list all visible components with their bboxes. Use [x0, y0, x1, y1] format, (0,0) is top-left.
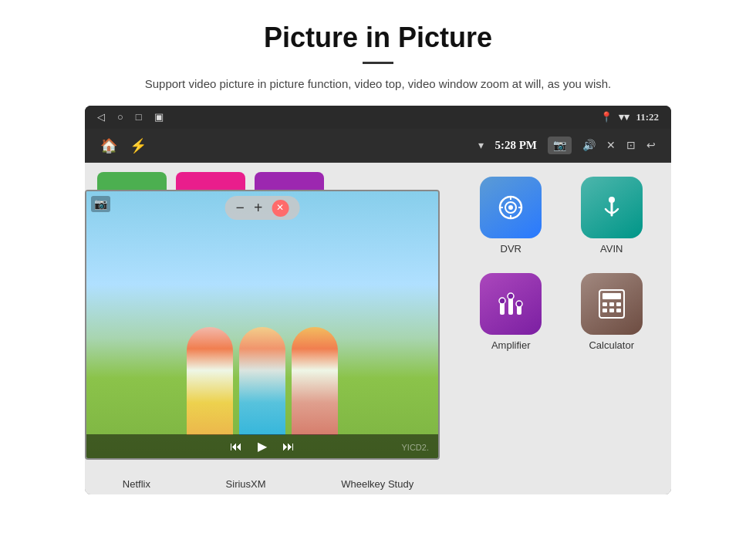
toolbar-time: 5:28 PM	[494, 139, 537, 152]
location-icon: 📍	[600, 111, 613, 123]
page-title: Picture in Picture	[46, 22, 710, 54]
figure-3	[292, 327, 338, 435]
video-content: 📷 − + ✕ ⏮ ▶ ⏭	[86, 191, 438, 458]
wheelkey-label: Wheelkey Study	[341, 478, 413, 490]
close-toolbar-icon[interactable]: ✕	[606, 139, 616, 152]
volume-toolbar-icon[interactable]: 🔊	[582, 139, 596, 152]
pip-close-icon: ✕	[276, 202, 284, 214]
rewind-button[interactable]: ⏮	[230, 440, 242, 454]
amplifier-label: Amplifier	[491, 339, 531, 351]
svg-rect-16	[602, 293, 621, 299]
video-section: 📷 − + ✕ ⏮ ▶ ⏭	[85, 163, 451, 494]
app-item-dvr[interactable]: DVR	[464, 170, 559, 261]
wifi-icon: ▾	[478, 139, 484, 152]
usb-icon[interactable]: ⚡	[130, 137, 147, 154]
pip-close-button[interactable]: ✕	[272, 200, 289, 217]
status-bar-left: ◁ ○ □ ▣	[97, 111, 164, 123]
watermark: YICD2.	[402, 443, 429, 452]
app-item-amplifier[interactable]: Amplifier	[464, 267, 559, 357]
pip-video-window[interactable]: 📷 − + ✕ ⏮ ▶ ⏭	[85, 190, 440, 460]
svg-rect-22	[616, 309, 621, 312]
app-toolbar: 🏠 ⚡ ▾ 5:28 PM 📷 🔊 ✕ ⊡ ↩	[85, 129, 671, 163]
svg-rect-20	[602, 309, 607, 312]
figure-1	[187, 327, 233, 435]
camera-toolbar-icon[interactable]: 📷	[548, 137, 572, 154]
bottom-app-labels: Netflix SiriusXM Wheelkey Study	[85, 474, 451, 494]
screenshot-nav-icon[interactable]: ▣	[154, 111, 164, 123]
status-time: 11:22	[636, 111, 659, 123]
app-item-calculator[interactable]: Calculator	[565, 267, 660, 357]
device-frame: ◁ ○ □ ▣ 📍 ▾▾ 11:22 🏠 ⚡ ▾ 5:28 PM 📷 🔊	[85, 106, 671, 494]
home-nav-icon[interactable]: ○	[117, 111, 123, 123]
svg-point-2	[508, 205, 513, 210]
back-nav-icon[interactable]: ◁	[97, 111, 105, 123]
toolbar-right: ▾ 5:28 PM 📷 🔊 ✕ ⊡ ↩	[478, 137, 656, 154]
svg-point-14	[516, 301, 522, 307]
signal-icon: ▾▾	[619, 111, 629, 123]
figure-2	[239, 327, 285, 435]
calculator-icon[interactable]	[581, 273, 643, 335]
pip-minus-button[interactable]: −	[236, 199, 245, 217]
video-figures	[187, 327, 338, 435]
video-controls-bottom: ⏮ ▶ ⏭	[86, 434, 438, 458]
app-item-avin[interactable]: AVIN	[565, 170, 660, 261]
title-divider	[363, 62, 393, 64]
avin-label: AVIN	[600, 243, 623, 255]
back-toolbar-icon[interactable]: ↩	[646, 139, 656, 152]
home-icon[interactable]: 🏠	[100, 137, 117, 154]
dvr-label: DVR	[501, 243, 521, 255]
status-bar: ◁ ○ □ ▣ 📍 ▾▾ 11:22	[85, 106, 671, 129]
netflix-label: Netflix	[123, 478, 150, 490]
status-bar-right: 📍 ▾▾ 11:22	[600, 111, 659, 123]
pip-resize-controls[interactable]: − + ✕	[225, 196, 300, 220]
apps-grid: DVR AVIN	[451, 163, 671, 494]
page-subtitle: Support video picture in picture functio…	[46, 75, 710, 93]
svg-rect-17	[602, 302, 607, 306]
svg-point-12	[499, 298, 505, 304]
svg-point-13	[508, 293, 514, 299]
play-button[interactable]: ▶	[258, 439, 267, 454]
avin-icon[interactable]	[581, 177, 643, 238]
siriusxm-label: SiriusXM	[226, 478, 266, 490]
calculator-label: Calculator	[589, 339, 634, 351]
pip-plus-button[interactable]: +	[254, 199, 262, 217]
main-content: 📷 − + ✕ ⏮ ▶ ⏭	[85, 163, 671, 494]
pip-toolbar-icon[interactable]: ⊡	[626, 139, 636, 152]
amplifier-icon[interactable]	[480, 273, 542, 335]
recent-nav-icon[interactable]: □	[136, 111, 142, 123]
page-header: Picture in Picture Support video picture…	[0, 0, 756, 106]
forward-button[interactable]: ⏭	[282, 440, 295, 454]
svg-rect-18	[609, 302, 614, 306]
svg-rect-19	[616, 302, 621, 306]
dvr-icon[interactable]	[480, 177, 542, 238]
toolbar-left: 🏠 ⚡	[100, 137, 147, 154]
svg-rect-21	[609, 309, 614, 312]
cam-icon: 📷	[91, 196, 110, 212]
video-scene	[86, 191, 438, 458]
page-wrapper: Picture in Picture Support video picture…	[0, 0, 756, 494]
